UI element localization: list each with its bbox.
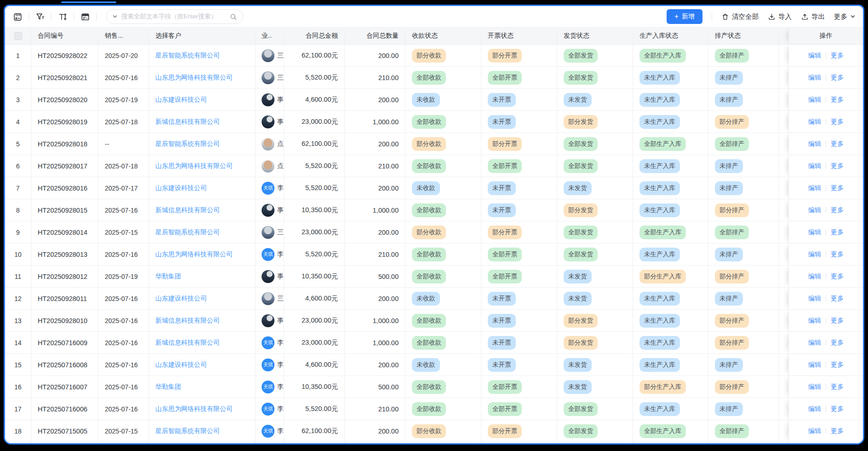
more-link[interactable]: 更多 xyxy=(831,184,844,192)
row-select-cell[interactable]: 17 xyxy=(5,398,31,420)
row-select-cell[interactable]: 6 xyxy=(5,155,31,177)
salesperson-avatar[interactable] xyxy=(262,71,274,84)
edit-link[interactable]: 编辑 xyxy=(808,272,821,281)
customer-link[interactable]: 星辰智能系统有限公司 xyxy=(155,228,220,237)
customer-link[interactable]: 新城信息科技有限公司 xyxy=(155,317,220,325)
row-select-cell[interactable]: 13 xyxy=(5,310,31,332)
more-link[interactable]: 更多 xyxy=(831,74,844,82)
customer-link[interactable]: 山东思为网络科技有限公司 xyxy=(155,74,233,82)
more-link[interactable]: 更多 xyxy=(831,250,844,259)
column-header-customer[interactable]: 选择客户 xyxy=(149,28,256,45)
column-header-total-quantity[interactable]: 合同总数量 xyxy=(345,28,405,45)
edit-link[interactable]: 编辑 xyxy=(808,162,821,170)
more-link[interactable]: 更多 xyxy=(831,361,844,369)
column-header-sale-date[interactable]: 销售... xyxy=(98,28,149,45)
edit-link[interactable]: 编辑 xyxy=(808,427,821,435)
edit-link[interactable]: 编辑 xyxy=(808,140,821,148)
customer-link[interactable]: 新城信息科技有限公司 xyxy=(155,339,220,347)
row-select-cell[interactable]: 3 xyxy=(5,89,31,111)
edit-link[interactable]: 编辑 xyxy=(808,96,821,104)
edit-link[interactable]: 编辑 xyxy=(808,52,821,60)
row-select-cell[interactable]: 7 xyxy=(5,177,31,199)
clear-all-button[interactable]: 清空全部 xyxy=(721,12,759,21)
edit-link[interactable]: 编辑 xyxy=(808,405,821,413)
customer-link[interactable]: 山东思为网络科技有限公司 xyxy=(155,250,233,259)
salesperson-avatar[interactable] xyxy=(262,270,274,283)
row-select-cell[interactable]: 12 xyxy=(5,288,31,310)
row-select-cell[interactable]: 2 xyxy=(5,67,31,89)
salesperson-avatar[interactable] xyxy=(262,116,274,128)
more-link[interactable]: 更多 xyxy=(831,427,844,435)
customer-link[interactable]: 山东建设科技公司 xyxy=(155,295,207,303)
salesperson-avatar[interactable] xyxy=(262,138,274,150)
salesperson-avatar[interactable] xyxy=(262,226,274,239)
search-input[interactable]: 搜索全部文本字段（按Enter搜索） xyxy=(106,9,243,24)
edit-link[interactable]: 编辑 xyxy=(808,361,821,369)
customer-link[interactable]: 山东思为网络科技有限公司 xyxy=(155,405,233,413)
edit-link[interactable]: 编辑 xyxy=(808,250,821,259)
customer-link[interactable]: 星辰智能系统有限公司 xyxy=(155,140,220,148)
edit-link[interactable]: 编辑 xyxy=(808,228,821,237)
customer-link[interactable]: 山东思为网络科技有限公司 xyxy=(155,162,233,170)
customer-link[interactable]: 山东建设科技公司 xyxy=(155,361,207,369)
filter-icon[interactable] xyxy=(33,10,47,23)
row-select-cell[interactable]: 5 xyxy=(5,133,31,155)
customer-link[interactable]: 新城信息科技有限公司 xyxy=(155,206,220,214)
column-header-shipping-status[interactable]: 发货状态 xyxy=(557,28,633,45)
more-link[interactable]: 更多 xyxy=(831,118,844,126)
salesperson-avatar[interactable]: 天琪 xyxy=(262,336,274,349)
column-header-total-amount[interactable]: 合同总金额 xyxy=(284,28,345,45)
column-header-invoice-status[interactable]: 开票状态 xyxy=(481,28,557,45)
more-link[interactable]: 更多 xyxy=(831,206,844,214)
salesperson-avatar[interactable]: 天琪 xyxy=(262,403,274,416)
select-all-cell[interactable] xyxy=(5,28,31,45)
customer-link[interactable]: 华勤集团 xyxy=(155,272,181,281)
summary-panel-icon[interactable] xyxy=(11,10,24,23)
text-sort-icon[interactable] xyxy=(56,10,69,23)
row-select-cell[interactable]: 14 xyxy=(5,332,31,354)
import-button[interactable]: 导入 xyxy=(768,12,792,21)
salesperson-avatar[interactable] xyxy=(262,49,274,62)
more-link[interactable]: 更多 xyxy=(831,52,844,60)
row-select-cell[interactable]: 10 xyxy=(5,243,31,266)
edit-link[interactable]: 编辑 xyxy=(808,339,821,347)
row-select-cell[interactable]: 8 xyxy=(5,199,31,221)
export-button[interactable]: 导出 xyxy=(801,12,825,21)
edit-link[interactable]: 编辑 xyxy=(808,74,821,82)
edit-link[interactable]: 编辑 xyxy=(808,184,821,192)
salesperson-avatar[interactable]: 天琪 xyxy=(262,425,274,438)
more-link[interactable]: 更多 xyxy=(831,339,844,347)
customer-link[interactable]: 星辰智能系统有限公司 xyxy=(155,52,220,60)
more-link[interactable]: 更多 xyxy=(831,405,844,413)
salesperson-avatar[interactable]: 天琪 xyxy=(262,248,274,261)
edit-link[interactable]: 编辑 xyxy=(808,317,821,325)
column-header-salesperson[interactable]: 业.. xyxy=(256,28,284,45)
more-link[interactable]: 更多 xyxy=(831,140,844,148)
more-link[interactable]: 更多 xyxy=(831,96,844,104)
column-header-contract-no[interactable]: 合同编号 xyxy=(31,28,98,45)
select-all-checkbox[interactable] xyxy=(14,32,22,40)
edit-link[interactable]: 编辑 xyxy=(808,118,821,126)
more-link[interactable]: 更多 xyxy=(831,228,844,237)
customer-link[interactable]: 山东建设科技公司 xyxy=(155,184,207,192)
row-select-cell[interactable]: 15 xyxy=(5,354,31,376)
more-link[interactable]: 更多 xyxy=(831,383,844,391)
edit-link[interactable]: 编辑 xyxy=(808,206,821,214)
customer-link[interactable]: 山东建设科技公司 xyxy=(155,96,207,104)
salesperson-avatar[interactable]: 天琪 xyxy=(262,358,274,371)
card-view-icon[interactable] xyxy=(78,10,92,23)
salesperson-avatar[interactable] xyxy=(262,292,274,305)
salesperson-avatar[interactable] xyxy=(262,314,274,327)
more-link[interactable]: 更多 xyxy=(831,272,844,281)
row-select-cell[interactable]: 16 xyxy=(5,376,31,398)
row-select-cell[interactable]: 9 xyxy=(5,221,31,243)
customer-link[interactable]: 华勤集团 xyxy=(155,383,181,391)
customer-link[interactable]: 星辰智能系统有限公司 xyxy=(155,427,220,435)
row-select-cell[interactable]: 11 xyxy=(5,266,31,288)
column-header-payment-status[interactable]: 收款状态 xyxy=(405,28,481,45)
salesperson-avatar[interactable] xyxy=(262,204,274,217)
salesperson-avatar[interactable]: 天琪 xyxy=(262,182,274,195)
salesperson-avatar[interactable] xyxy=(262,160,274,173)
more-link[interactable]: 更多 xyxy=(831,162,844,170)
more-button[interactable]: 更多 xyxy=(834,12,856,21)
